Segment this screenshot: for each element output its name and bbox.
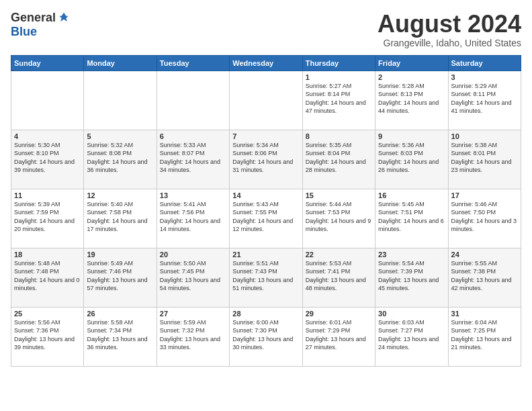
day-cell: 18Sunrise: 5:48 AMSunset: 7:48 PMDayligh… (11, 248, 84, 307)
calendar-table: Sunday Monday Tuesday Wednesday Thursday… (11, 55, 521, 367)
col-wednesday: Wednesday (230, 55, 302, 71)
col-sunday: Sunday (11, 55, 84, 71)
day-cell: 9Sunrise: 5:36 AMSunset: 8:03 PMDaylight… (375, 130, 448, 189)
col-friday: Friday (375, 55, 448, 71)
day-cell: 25Sunrise: 5:56 AMSunset: 7:36 PMDayligh… (11, 307, 84, 366)
day-info: Sunrise: 5:27 AMSunset: 8:14 PMDaylight:… (306, 82, 372, 116)
day-info: Sunrise: 5:55 AMSunset: 7:38 PMDaylight:… (451, 259, 518, 293)
day-number: 8 (306, 132, 372, 140)
day-info: Sunrise: 5:38 AMSunset: 8:01 PMDaylight:… (451, 141, 518, 175)
day-number: 15 (306, 191, 372, 199)
day-info: Sunrise: 5:30 AMSunset: 8:10 PMDaylight:… (14, 141, 81, 175)
day-number: 11 (14, 191, 81, 199)
location: Grangeville, Idaho, United States (378, 38, 521, 48)
day-number: 13 (160, 191, 226, 199)
day-info: Sunrise: 5:56 AMSunset: 7:36 PMDaylight:… (14, 318, 81, 352)
day-number: 7 (232, 132, 299, 140)
day-number: 26 (87, 310, 153, 318)
day-cell: 13Sunrise: 5:41 AMSunset: 7:56 PMDayligh… (157, 189, 229, 248)
day-info: Sunrise: 5:41 AMSunset: 7:56 PMDaylight:… (160, 200, 226, 234)
day-cell (84, 71, 157, 130)
day-cell (230, 71, 302, 130)
day-cell: 20Sunrise: 5:50 AMSunset: 7:45 PMDayligh… (157, 248, 229, 307)
day-cell: 1Sunrise: 5:27 AMSunset: 8:14 PMDaylight… (302, 71, 375, 130)
day-info: Sunrise: 5:51 AMSunset: 7:43 PMDaylight:… (232, 259, 299, 293)
day-number: 23 (378, 250, 445, 259)
day-info: Sunrise: 6:03 AMSunset: 7:27 PMDaylight:… (378, 318, 445, 352)
col-thursday: Thursday (302, 55, 375, 71)
day-info: Sunrise: 5:33 AMSunset: 8:07 PMDaylight:… (160, 141, 226, 175)
day-number: 25 (14, 310, 81, 318)
day-info: Sunrise: 5:48 AMSunset: 7:48 PMDaylight:… (14, 259, 81, 293)
day-cell: 10Sunrise: 5:38 AMSunset: 8:01 PMDayligh… (448, 130, 521, 189)
day-number: 12 (87, 191, 153, 199)
day-number: 30 (378, 310, 445, 318)
logo-icon (57, 11, 71, 25)
week-row-3: 11Sunrise: 5:39 AMSunset: 7:59 PMDayligh… (11, 189, 521, 248)
day-info: Sunrise: 6:01 AMSunset: 7:29 PMDaylight:… (306, 318, 372, 352)
day-cell: 16Sunrise: 5:45 AMSunset: 7:51 PMDayligh… (375, 189, 448, 248)
day-info: Sunrise: 5:58 AMSunset: 7:34 PMDaylight:… (87, 318, 153, 352)
day-cell: 11Sunrise: 5:39 AMSunset: 7:59 PMDayligh… (11, 189, 84, 248)
day-number: 2 (378, 73, 445, 81)
day-info: Sunrise: 5:32 AMSunset: 8:08 PMDaylight:… (87, 141, 153, 175)
day-number: 20 (160, 250, 226, 259)
day-cell: 21Sunrise: 5:51 AMSunset: 7:43 PMDayligh… (230, 248, 302, 307)
day-info: Sunrise: 5:43 AMSunset: 7:55 PMDaylight:… (232, 200, 299, 234)
day-number: 29 (306, 310, 372, 318)
day-cell: 6Sunrise: 5:33 AMSunset: 8:07 PMDaylight… (157, 130, 229, 189)
day-info: Sunrise: 5:45 AMSunset: 7:51 PMDaylight:… (378, 200, 445, 234)
day-info: Sunrise: 5:35 AMSunset: 8:04 PMDaylight:… (306, 141, 372, 175)
page: General Blue August 2024 Grangeville, Id… (0, 0, 532, 411)
day-number: 3 (451, 73, 518, 81)
col-saturday: Saturday (448, 55, 521, 71)
logo-general: General (11, 11, 56, 25)
day-cell: 12Sunrise: 5:40 AMSunset: 7:58 PMDayligh… (84, 189, 157, 248)
day-number: 31 (451, 310, 518, 318)
day-cell: 17Sunrise: 5:46 AMSunset: 7:50 PMDayligh… (448, 189, 521, 248)
day-cell: 27Sunrise: 5:59 AMSunset: 7:32 PMDayligh… (157, 307, 229, 366)
day-cell: 19Sunrise: 5:49 AMSunset: 7:46 PMDayligh… (84, 248, 157, 307)
day-cell: 7Sunrise: 5:34 AMSunset: 8:06 PMDaylight… (230, 130, 302, 189)
col-monday: Monday (84, 55, 157, 71)
day-info: Sunrise: 5:59 AMSunset: 7:32 PMDaylight:… (160, 318, 226, 352)
day-cell: 5Sunrise: 5:32 AMSunset: 8:08 PMDaylight… (84, 130, 157, 189)
week-row-1: 1Sunrise: 5:27 AMSunset: 8:14 PMDaylight… (11, 71, 521, 130)
day-info: Sunrise: 6:04 AMSunset: 7:25 PMDaylight:… (451, 318, 518, 352)
day-cell: 31Sunrise: 6:04 AMSunset: 7:25 PMDayligh… (448, 307, 521, 366)
header-row: Sunday Monday Tuesday Wednesday Thursday… (11, 55, 521, 71)
day-cell: 15Sunrise: 5:44 AMSunset: 7:53 PMDayligh… (302, 189, 375, 248)
day-number: 5 (87, 132, 153, 140)
day-number: 17 (451, 191, 518, 199)
month-title: August 2024 (378, 11, 521, 38)
day-number: 14 (232, 191, 299, 199)
title-section: August 2024 Grangeville, Idaho, United S… (378, 11, 521, 48)
day-cell: 29Sunrise: 6:01 AMSunset: 7:29 PMDayligh… (302, 307, 375, 366)
day-info: Sunrise: 5:53 AMSunset: 7:41 PMDaylight:… (306, 259, 372, 293)
week-row-2: 4Sunrise: 5:30 AMSunset: 8:10 PMDaylight… (11, 130, 521, 189)
day-cell: 2Sunrise: 5:28 AMSunset: 8:13 PMDaylight… (375, 71, 448, 130)
day-cell: 22Sunrise: 5:53 AMSunset: 7:41 PMDayligh… (302, 248, 375, 307)
day-info: Sunrise: 5:39 AMSunset: 7:59 PMDaylight:… (14, 200, 81, 234)
day-number: 28 (232, 310, 299, 318)
day-cell: 23Sunrise: 5:54 AMSunset: 7:39 PMDayligh… (375, 248, 448, 307)
day-cell: 3Sunrise: 5:29 AMSunset: 8:11 PMDaylight… (448, 71, 521, 130)
day-number: 1 (306, 73, 372, 81)
day-info: Sunrise: 5:28 AMSunset: 8:13 PMDaylight:… (378, 82, 445, 116)
day-cell: 30Sunrise: 6:03 AMSunset: 7:27 PMDayligh… (375, 307, 448, 366)
day-number: 4 (14, 132, 81, 140)
week-row-4: 18Sunrise: 5:48 AMSunset: 7:48 PMDayligh… (11, 248, 521, 307)
day-info: Sunrise: 5:50 AMSunset: 7:45 PMDaylight:… (160, 259, 226, 293)
day-number: 9 (378, 132, 445, 140)
day-cell (11, 71, 84, 130)
day-info: Sunrise: 5:49 AMSunset: 7:46 PMDaylight:… (87, 259, 153, 293)
day-info: Sunrise: 5:29 AMSunset: 8:11 PMDaylight:… (451, 82, 518, 116)
day-cell (157, 71, 229, 130)
col-tuesday: Tuesday (157, 55, 229, 71)
day-number: 19 (87, 250, 153, 259)
day-number: 6 (160, 132, 226, 140)
day-cell: 14Sunrise: 5:43 AMSunset: 7:55 PMDayligh… (230, 189, 302, 248)
day-number: 18 (14, 250, 81, 259)
day-info: Sunrise: 5:44 AMSunset: 7:53 PMDaylight:… (306, 200, 372, 234)
day-number: 16 (378, 191, 445, 199)
